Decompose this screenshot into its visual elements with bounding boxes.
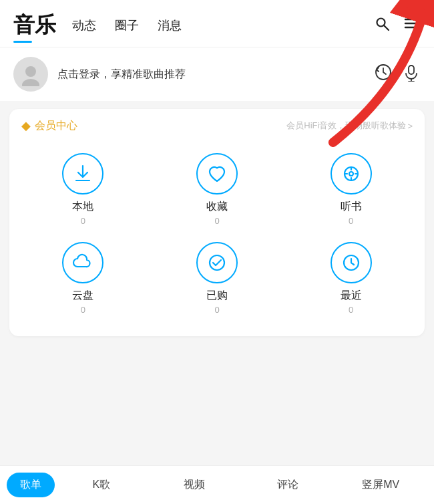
favorites-cell[interactable]: 收藏 0 <box>150 145 284 234</box>
svg-point-6 <box>22 79 39 86</box>
nav-item-quanzi[interactable]: 圈子 <box>115 17 139 33</box>
login-prompt[interactable]: 点击登录，享精准歌曲推荐 <box>57 68 365 82</box>
vip-arrow-icon: > <box>407 121 413 131</box>
purchased-count: 0 <box>214 305 219 315</box>
svg-point-5 <box>25 66 36 77</box>
header-icons <box>373 14 421 37</box>
nav-item-xiaoxi[interactable]: 消息 <box>158 17 182 33</box>
local-music-cell[interactable]: 本地 0 <box>16 145 150 234</box>
header-nav: 动态 圈子 消息 <box>72 17 373 33</box>
local-music-label: 本地 <box>72 200 93 214</box>
vip-left: ◆ 会员中心 <box>21 118 77 133</box>
mic-icon[interactable] <box>402 63 421 86</box>
audiobook-cell[interactable]: 听书 0 <box>284 145 418 234</box>
tab-vertical-mv[interactable]: 竖屏MV <box>335 473 428 497</box>
user-row[interactable]: 点击登录，享精准歌曲推荐 <box>0 47 434 101</box>
feature-grid: 本地 0 收藏 0 听书 0 <box>9 140 425 330</box>
recent-count: 0 <box>349 305 353 315</box>
local-music-count: 0 <box>81 216 85 226</box>
local-music-icon-circle <box>62 153 103 195</box>
recent-cell[interactable]: 最近 0 <box>284 234 418 323</box>
svg-point-12 <box>349 172 353 176</box>
main-card: ◆ 会员中心 会员HiFi音效，现场般听歌体验 > 本地 0 <box>9 109 425 336</box>
cloud-disk-label: 云盘 <box>72 289 93 303</box>
vip-row[interactable]: ◆ 会员中心 会员HiFi音效，现场般听歌体验 > <box>9 109 425 140</box>
audiobook-count: 0 <box>349 216 353 226</box>
svg-point-0 <box>377 19 385 27</box>
audiobook-label: 听书 <box>341 200 362 214</box>
header: 音乐 动态 圈子 消息 <box>0 0 434 47</box>
purchased-icon-circle <box>196 242 238 283</box>
vip-promo[interactable]: 会员HiFi音效，现场般听歌体验 > <box>286 120 413 132</box>
tab-video[interactable]: 视频 <box>148 473 242 497</box>
svg-rect-8 <box>409 66 414 74</box>
purchased-cell[interactable]: 已购 0 <box>150 234 284 323</box>
user-actions <box>374 63 421 86</box>
svg-point-13 <box>210 255 224 270</box>
cloud-disk-cell[interactable]: 云盘 0 <box>16 234 150 323</box>
search-button[interactable] <box>373 14 391 37</box>
history-icon[interactable] <box>374 63 393 86</box>
tab-playlist[interactable]: 歌单 <box>7 473 55 497</box>
audiobook-icon-circle <box>331 153 372 195</box>
tab-karaoke[interactable]: K歌 <box>55 473 148 497</box>
recent-label: 最近 <box>341 289 362 303</box>
svg-line-1 <box>385 26 389 31</box>
purchased-label: 已购 <box>206 289 228 303</box>
menu-button[interactable] <box>402 14 421 37</box>
cloud-disk-icon-circle <box>62 242 103 283</box>
bottom-tabs: 歌单 K歌 视频 评论 竖屏MV <box>0 465 434 504</box>
vip-promo-text: 会员HiFi音效，现场般听歌体验 <box>286 120 406 132</box>
vip-label: 会员中心 <box>35 119 77 133</box>
cloud-disk-count: 0 <box>81 305 85 315</box>
nav-item-dongtai[interactable]: 动态 <box>72 17 96 33</box>
recent-icon-circle <box>331 242 372 283</box>
favorites-label: 收藏 <box>206 200 228 214</box>
favorites-count: 0 <box>214 216 219 226</box>
avatar <box>13 57 48 92</box>
app-logo: 音乐 <box>13 11 56 40</box>
favorites-icon-circle <box>196 153 238 195</box>
vip-diamond-icon: ◆ <box>21 118 31 133</box>
tab-comment[interactable]: 评论 <box>241 473 335 497</box>
